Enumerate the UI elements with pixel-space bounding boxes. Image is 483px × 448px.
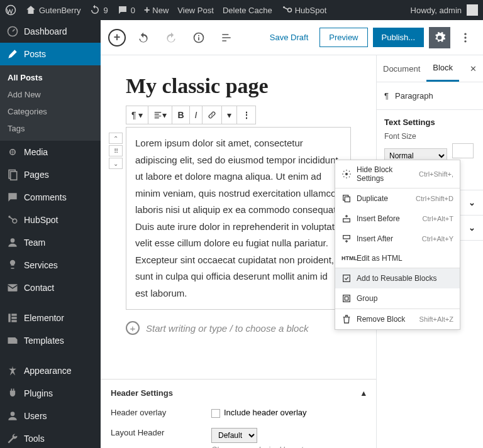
svg-point-2 (287, 8, 291, 12)
view-post-link[interactable]: View Post (177, 6, 214, 15)
font-size-label: Font Size (384, 132, 475, 141)
svg-rect-18 (198, 37, 199, 40)
chevron-down-icon: ⌄ (469, 223, 475, 232)
menu-hide-block-settings[interactable]: Hide Block SettingsCtrl+Shift+, (335, 160, 460, 188)
menu-duplicate[interactable]: DuplicateCtrl+Shift+D (335, 188, 460, 209)
svg-rect-28 (343, 295, 350, 302)
hubspot-topbar-link[interactable]: HubSpot (281, 4, 327, 16)
svg-point-15 (11, 412, 15, 416)
sidebar-sub-categories[interactable]: Categories (0, 103, 101, 120)
move-down-button[interactable]: ⌄ (109, 158, 123, 169)
sidebar-sub-add-new[interactable]: Add New (0, 86, 101, 103)
editor-top-toolbar: + Save Draft Preview Publish... (101, 20, 483, 55)
editor-main: + Save Draft Preview Publish... My class… (101, 20, 483, 448)
settings-toggle-button[interactable] (429, 27, 450, 48)
svg-point-17 (198, 35, 199, 36)
comments-link[interactable]: 0 (117, 4, 135, 16)
header-settings-toggle[interactable]: Header Settings▴ (111, 388, 366, 398)
save-draft-button[interactable]: Save Draft (264, 29, 314, 46)
sidebar-item-appearance[interactable]: Appearance (0, 359, 101, 382)
menu-edit-html[interactable]: HTMLEdit as HTML (335, 249, 460, 268)
sidebar-item-services[interactable]: Services (0, 254, 101, 276)
svg-point-22 (345, 173, 348, 175)
sidebar-item-plugins[interactable]: Plugins (0, 382, 101, 405)
redo-button[interactable] (161, 28, 181, 48)
sidebar-sub-all-posts[interactable]: All Posts (0, 69, 101, 86)
svg-rect-12 (11, 314, 16, 315)
svg-rect-24 (345, 197, 350, 202)
sidebar-sub-tags[interactable]: Tags (0, 120, 101, 137)
header-overlay-checkbox[interactable] (211, 409, 220, 418)
sidebar-item-posts[interactable]: Posts (0, 43, 101, 65)
svg-point-21 (464, 40, 466, 42)
font-size-custom-input[interactable] (452, 143, 474, 158)
sidebar-item-comments[interactable]: Comments (0, 186, 101, 209)
paragraph-block[interactable]: ⌃ ⠿ ⌄ Lorem ipsum dolor sit amet, consec… (126, 127, 351, 310)
more-format-button[interactable]: ▾ (222, 106, 237, 124)
updates-link[interactable]: 9 (89, 4, 108, 16)
block-type-indicator: ¶ Paragraph (377, 82, 483, 110)
menu-insert-after[interactable]: Insert AfterCtrl+Alt+Y (335, 229, 460, 249)
info-button[interactable] (189, 28, 209, 48)
add-block-button[interactable]: + (108, 29, 126, 46)
menu-remove-block[interactable]: Remove BlockShift+Alt+Z (335, 309, 460, 329)
svg-point-19 (464, 33, 466, 35)
block-type-button[interactable]: ¶ ▾ (126, 106, 148, 124)
site-name-link[interactable]: GutenBerry (25, 4, 80, 16)
svg-point-9 (11, 238, 15, 243)
publish-button[interactable]: Publish... (373, 28, 424, 47)
svg-rect-29 (345, 297, 348, 300)
sidebar-item-contact[interactable]: Contact (0, 276, 101, 299)
header-overlay-label: Header overlay (111, 408, 192, 417)
appender-placeholder: Start writing or type / to choose a bloc… (146, 323, 308, 334)
post-title[interactable]: My classic page (126, 74, 351, 98)
bold-button[interactable]: B (172, 106, 189, 124)
layout-header-select[interactable]: Default (211, 428, 257, 443)
header-settings-panel: Header Settings▴ Header overlay Include … (101, 379, 376, 448)
layout-header-hint: Choose your desired layout (211, 445, 303, 448)
sidebar-item-hubspot[interactable]: HubSpot (0, 209, 101, 231)
sidebar-item-media[interactable]: Media (0, 141, 101, 163)
delete-cache-link[interactable]: Delete Cache (223, 6, 272, 15)
svg-rect-26 (343, 236, 350, 239)
italic-button[interactable]: I (190, 106, 203, 124)
chevron-up-icon: ▴ (362, 388, 366, 398)
tab-block[interactable]: Block (426, 55, 459, 82)
block-appender[interactable]: + Start writing or type / to choose a bl… (126, 321, 351, 335)
more-options-button[interactable] (455, 28, 475, 48)
outline-button[interactable] (216, 28, 236, 48)
svg-rect-11 (8, 314, 10, 322)
chevron-down-icon: ⌄ (469, 198, 475, 207)
preview-button[interactable]: Preview (319, 28, 367, 47)
drag-handle[interactable]: ⠿ (109, 145, 123, 156)
howdy-link[interactable]: Howdy, admin (411, 6, 462, 15)
menu-insert-before[interactable]: Insert BeforeCtrl+Alt+T (335, 209, 460, 229)
block-more-button[interactable]: ⋮ (237, 106, 255, 124)
wp-logo[interactable] (5, 4, 16, 16)
undo-button[interactable] (133, 28, 153, 48)
move-up-button[interactable]: ⌃ (109, 133, 123, 144)
align-button[interactable]: ▾ (148, 106, 172, 124)
layout-header-label: Layout Header (111, 428, 192, 437)
tab-document[interactable]: Document (377, 57, 426, 81)
menu-group[interactable]: Group (335, 288, 460, 309)
block-toolbar: ¶ ▾ ▾ B I ▾ ⋮ (126, 106, 256, 124)
close-panel-button[interactable]: ✕ (464, 58, 483, 80)
sidebar-item-team[interactable]: Team (0, 231, 101, 254)
new-link[interactable]: +New (144, 4, 169, 16)
sidebar-item-dashboard[interactable]: Dashboard (0, 20, 101, 43)
svg-rect-14 (11, 320, 16, 322)
sidebar-item-pages[interactable]: Pages (0, 163, 101, 186)
text-settings-head: Text Settings (384, 117, 475, 127)
block-options-menu: Hide Block SettingsCtrl+Shift+, Duplicat… (335, 160, 460, 330)
user-avatar[interactable] (467, 4, 478, 16)
sidebar-item-tools[interactable]: Tools (0, 427, 101, 448)
admin-sidebar: Dashboard Posts All Posts Add New Catego… (0, 20, 101, 448)
sidebar-item-users[interactable]: Users (0, 405, 101, 427)
sidebar-item-elementor[interactable]: Elementor (0, 307, 101, 329)
block-mover: ⌃ ⠿ ⌄ (109, 133, 123, 169)
link-button[interactable] (203, 106, 222, 124)
sidebar-item-templates[interactable]: Templates (0, 329, 101, 352)
admin-topbar: GutenBerry 9 0 +New View Post Delete Cac… (0, 0, 483, 20)
menu-add-reusable[interactable]: Add to Reusable Blocks (335, 268, 460, 288)
